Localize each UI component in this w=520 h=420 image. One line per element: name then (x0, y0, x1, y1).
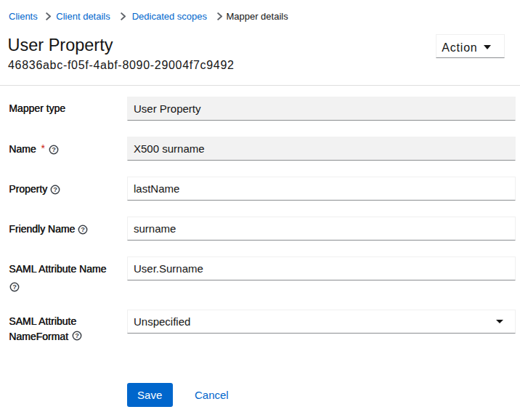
svg-text:?: ? (12, 283, 17, 291)
svg-text:?: ? (53, 186, 57, 193)
svg-text:?: ? (52, 146, 56, 153)
svg-text:?: ? (75, 332, 79, 339)
svg-text:?: ? (81, 226, 85, 233)
